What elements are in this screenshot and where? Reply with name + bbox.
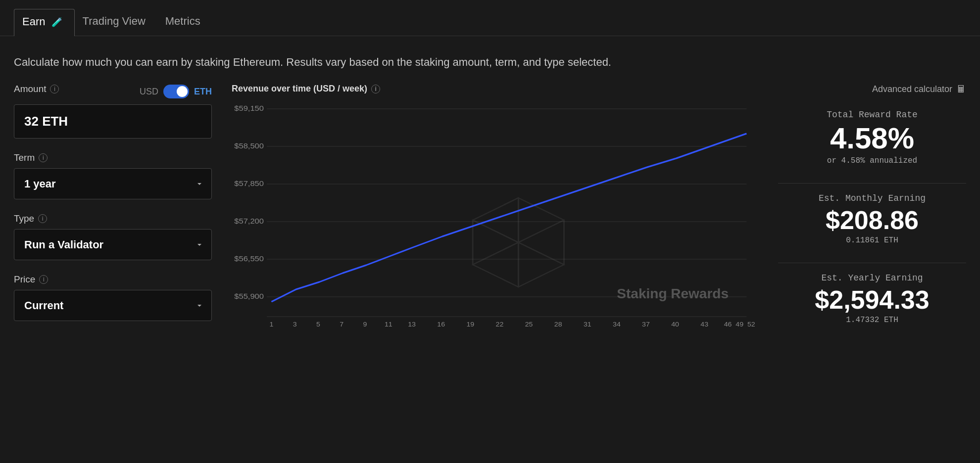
chart-info-icon[interactable]: i — [371, 85, 380, 93]
type-field-group: Type i Run a Validator Staking Pool CEX — [14, 213, 212, 260]
term-field-group: Term i 1 year 6 months 3 months 1 month — [14, 152, 212, 199]
amount-label-row: Amount i — [14, 84, 59, 94]
advanced-calc-label: Advanced calculator — [872, 84, 952, 94]
svg-text:7: 7 — [340, 321, 343, 328]
type-label-row: Type i — [14, 213, 212, 224]
svg-text:22: 22 — [496, 321, 504, 328]
total-reward-sub: or 4.58% annualized — [778, 156, 966, 165]
svg-text:52: 52 — [747, 321, 755, 328]
earn-icon: 🧪 — [51, 17, 62, 27]
svg-text:25: 25 — [525, 321, 533, 328]
type-select[interactable]: Run a Validator Staking Pool CEX — [14, 229, 212, 260]
toggle-thumb — [177, 86, 188, 97]
amount-label: Amount — [14, 84, 46, 94]
svg-marker-18 — [473, 220, 518, 265]
amount-field-group: Amount i USD ETH — [14, 84, 212, 139]
right-panel: Advanced calculator 🖩 Total Reward Rate … — [778, 84, 966, 342]
monthly-earning-block: Est. Monthly Earning $208.86 0.11861 ETH — [778, 193, 966, 245]
currency-toggle-switch[interactable] — [163, 85, 189, 98]
term-label: Term — [14, 152, 35, 163]
svg-marker-19 — [473, 198, 518, 242]
yearly-value: $2,594.33 — [778, 287, 966, 313]
price-label-row: Price i — [14, 274, 212, 285]
svg-text:37: 37 — [642, 321, 650, 328]
svg-text:28: 28 — [554, 321, 562, 328]
amount-info-icon[interactable]: i — [50, 85, 59, 93]
chart-svg: $59,150 $58,500 $57,850 $57,200 $56,550 … — [232, 104, 758, 341]
main-layout: Amount i USD ETH Term i — [0, 84, 980, 342]
eth-label: ETH — [194, 87, 212, 97]
svg-text:9: 9 — [363, 321, 367, 328]
advanced-calculator[interactable]: Advanced calculator 🖩 — [778, 84, 966, 95]
divider-2 — [778, 263, 966, 263]
monthly-value: $208.86 — [778, 207, 966, 233]
currency-toggle: USD ETH — [140, 85, 212, 98]
svg-marker-14 — [518, 198, 564, 242]
svg-marker-16 — [518, 242, 564, 287]
svg-text:43: 43 — [700, 321, 708, 328]
price-info-icon[interactable]: i — [39, 275, 48, 284]
svg-text:$59,150: $59,150 — [234, 104, 264, 112]
yearly-eth: 1.47332 ETH — [778, 316, 966, 324]
svg-line-21 — [518, 220, 564, 242]
divider-1 — [778, 183, 966, 184]
svg-text:11: 11 — [385, 321, 392, 328]
price-label: Price — [14, 274, 35, 285]
chart-title: Revenue over time (USD / week) i — [232, 84, 758, 94]
svg-text:$57,850: $57,850 — [234, 180, 264, 187]
svg-text:19: 19 — [466, 321, 474, 328]
monthly-eth: 0.11861 ETH — [778, 236, 966, 245]
svg-marker-15 — [518, 220, 564, 265]
term-info-icon[interactable]: i — [39, 153, 48, 162]
amount-header: Amount i USD ETH — [14, 84, 212, 99]
chart-title-text: Revenue over time (USD / week) — [232, 84, 367, 94]
svg-text:13: 13 — [408, 321, 416, 328]
calculator-icon: 🖩 — [956, 84, 966, 95]
chart-panel: Revenue over time (USD / week) i $59,150… — [232, 84, 758, 341]
svg-line-22 — [518, 242, 564, 265]
svg-text:40: 40 — [671, 321, 679, 328]
svg-text:$55,900: $55,900 — [234, 292, 264, 300]
svg-text:5: 5 — [316, 321, 320, 328]
svg-text:$56,550: $56,550 — [234, 255, 264, 263]
term-select[interactable]: 1 year 6 months 3 months 1 month — [14, 168, 212, 199]
svg-text:49: 49 — [735, 321, 743, 328]
svg-text:$57,200: $57,200 — [234, 217, 264, 225]
svg-text:16: 16 — [437, 321, 445, 328]
amount-input[interactable] — [14, 104, 212, 139]
tab-metrics-label: Metrics — [165, 15, 200, 27]
total-reward-label: Total Reward Rate — [778, 110, 966, 120]
chart-container: $59,150 $58,500 $57,850 $57,200 $56,550 … — [232, 104, 758, 341]
left-panel: Amount i USD ETH Term i — [14, 84, 212, 335]
total-reward-block: Total Reward Rate 4.58% or 4.58% annuali… — [778, 110, 966, 165]
svg-text:1: 1 — [269, 321, 273, 328]
svg-text:46: 46 — [724, 321, 732, 328]
tab-metrics[interactable]: Metrics — [157, 9, 212, 36]
price-select[interactable]: Current Custom — [14, 290, 212, 321]
svg-text:3: 3 — [293, 321, 297, 328]
term-label-row: Term i — [14, 152, 212, 163]
yearly-earning-block: Est. Yearly Earning $2,594.33 1.47332 ET… — [778, 273, 966, 324]
tab-earn-label: Earn — [22, 15, 45, 28]
type-info-icon[interactable]: i — [38, 214, 47, 223]
svg-marker-17 — [473, 242, 518, 287]
tab-trading-view[interactable]: Trading View — [75, 9, 157, 36]
price-field-group: Price i Current Custom — [14, 274, 212, 321]
yearly-label: Est. Yearly Earning — [778, 273, 966, 283]
svg-line-24 — [473, 242, 518, 265]
total-reward-value: 4.58% — [778, 124, 966, 153]
description-text: Calculate how much you can earn by staki… — [0, 36, 693, 84]
tab-earn[interactable]: Earn 🧪 — [14, 9, 75, 36]
svg-text:34: 34 — [613, 321, 621, 328]
type-label: Type — [14, 213, 34, 224]
tab-bar: Earn 🧪 Trading View Metrics — [0, 0, 980, 36]
usd-label: USD — [140, 87, 158, 97]
svg-text:$58,500: $58,500 — [234, 142, 264, 150]
monthly-label: Est. Monthly Earning — [778, 193, 966, 203]
tab-trading-view-label: Trading View — [83, 15, 146, 27]
svg-text:31: 31 — [584, 321, 591, 328]
